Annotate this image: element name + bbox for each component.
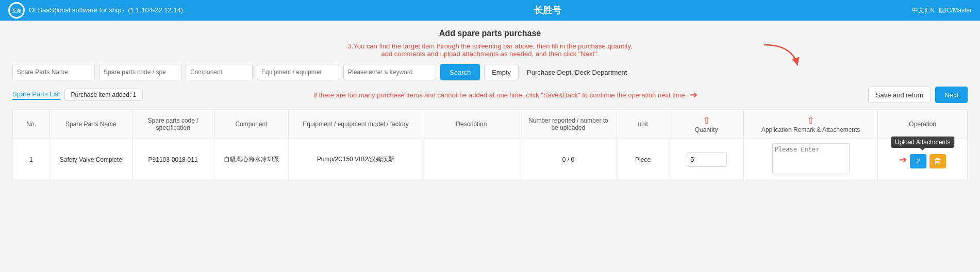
cell-spare-code: P91103-0018-011 [132, 139, 214, 180]
cell-no: 1 [13, 139, 50, 180]
purchase-dept-label: Purchase Dept.:Deck Department [527, 69, 627, 76]
quantity-input[interactable] [686, 152, 727, 167]
op-arrow-icon: ➔ [899, 154, 907, 168]
col-quantity: ⇧ Quantity [669, 110, 744, 139]
notice-text-content: If there are too many purchase items and… [313, 91, 687, 99]
col-description: Description [423, 110, 520, 139]
cell-equipment: Pump/2C150 VIB2/汉姆沃斯 [289, 139, 423, 180]
logo-icon: 互海 [8, 2, 25, 19]
table-row: 1 Safety Valve Complete P91103-0018-011 … [13, 139, 968, 180]
cell-spare-name: Safety Valve Complete [50, 139, 132, 180]
quantity-arrow-icon: ⇧ [703, 115, 710, 126]
cell-remark [743, 139, 877, 180]
col-number-reported: Number reported / number to be uploaded [520, 110, 617, 139]
empty-button[interactable]: Empty [484, 64, 519, 80]
next-button[interactable]: Next [935, 87, 968, 103]
save-return-button[interactable]: Save and return [868, 87, 932, 103]
upload-tooltip-label: Upload Attachments [891, 137, 954, 148]
op-btn-blue[interactable]: 2 [910, 154, 926, 168]
cell-quantity [669, 139, 744, 180]
col-spare-parts-code: Spare parts code / specification [132, 110, 214, 139]
cell-description [423, 139, 520, 180]
app-header: 互海 OLSaaS(local software for ship）(1.1.1… [0, 0, 980, 21]
action-bar: Spare Parts List Purchase item added: 1 … [12, 87, 968, 103]
cell-number-reported: 0 / 0 [520, 139, 617, 180]
header-right: 中文|EN 舰IC/Master [912, 6, 972, 15]
user-label[interactable]: 舰IC/Master [939, 6, 972, 15]
remark-arrow-icon: ⇧ [807, 115, 815, 126]
spare-name-input[interactable] [12, 64, 95, 80]
app-name-label: OLSaaS(local software for ship）(1.1.104-… [29, 6, 183, 15]
col-operation: Operation [878, 110, 968, 139]
lang-switcher[interactable]: 中文|EN [912, 6, 935, 15]
cell-operation: Upload Attachments ➔ 2 [878, 139, 968, 180]
page-tooltip: 3.You can find the target item through t… [12, 42, 968, 58]
svg-rect-3 [936, 158, 939, 159]
col-component: Component [214, 110, 289, 139]
logo-area: 互海 OLSaaS(local software for ship）(1.1.1… [8, 2, 183, 19]
op-buttons: ➔ 2 [899, 154, 946, 168]
ship-name: 长胜号 [183, 4, 912, 16]
cell-unit: Piece [617, 139, 669, 180]
page-title: Add spare parts purchase [12, 29, 968, 38]
spare-parts-table: No. Spare Parts Name Spare parts code / … [12, 109, 968, 180]
cell-component: 自吸离心海水冷却泵 [214, 139, 289, 180]
filter-bar: Search Empty Purchase Dept.:Deck Departm… [12, 64, 968, 80]
remark-textarea[interactable] [772, 143, 850, 174]
arrow-right-icon: ➔ [690, 89, 697, 100]
col-spare-parts-name: Spare Parts Name [50, 110, 132, 139]
svg-text:互海: 互海 [12, 8, 22, 13]
notice-text: If there are too many purchase items and… [147, 89, 864, 100]
page-content: Add spare parts purchase 3.You can find … [0, 21, 980, 189]
keyword-input[interactable] [343, 64, 436, 80]
spare-code-input[interactable] [99, 64, 181, 80]
tab-spare-list[interactable]: Spare Parts List [12, 90, 60, 100]
operation-cell: Upload Attachments ➔ 2 [882, 151, 963, 168]
search-button[interactable]: Search [440, 64, 480, 80]
component-input[interactable] [186, 64, 253, 80]
op-btn-delete[interactable] [929, 154, 946, 168]
tooltip-line1: 3.You can find the target item through t… [347, 42, 632, 50]
col-application-remark: ⇧ Application Remark & Attachements [743, 110, 877, 139]
col-equipment: Equipment / equipment model / factory [289, 110, 423, 139]
purchase-added-badge: Purchase item added: 1 [64, 89, 143, 101]
col-no: No. [13, 110, 50, 139]
tooltip-line2: add comments and upload attachments as n… [381, 50, 599, 58]
equipment-input[interactable] [257, 64, 339, 80]
col-unit: unit [617, 110, 669, 139]
